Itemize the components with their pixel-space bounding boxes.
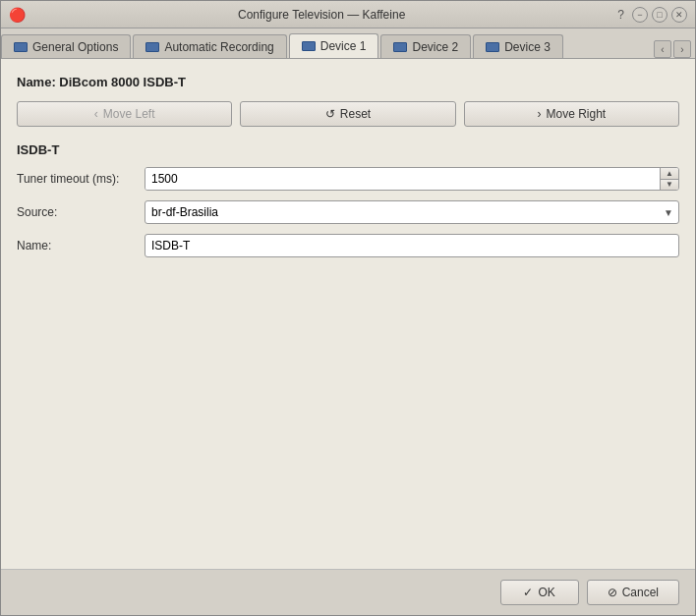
- move-right-button[interactable]: › Move Right: [464, 101, 679, 127]
- footer: ✓ OK ⊘ Cancel: [1, 569, 695, 615]
- ok-label: OK: [538, 586, 554, 599]
- section-label: ISDB-T: [17, 142, 679, 157]
- device1-tab-icon: [302, 41, 316, 51]
- tab-device1-label: Device 1: [320, 39, 367, 53]
- tab-device2[interactable]: Device 2: [380, 34, 471, 59]
- name-row: Name:: [17, 234, 679, 257]
- cancel-label: Cancel: [622, 586, 659, 599]
- spinner-up-button[interactable]: ▲: [661, 168, 678, 180]
- tab-general[interactable]: General Options: [1, 34, 131, 59]
- device2-tab-icon: [393, 42, 407, 52]
- tab-auto-recording-label: Automatic Recording: [164, 40, 273, 54]
- content-area: Name: DiBcom 8000 ISDB-T ‹ Move Left ↺ R…: [1, 59, 695, 569]
- source-select[interactable]: br-df-Brasilia br-sp-SaoPaulo br-rj-RioD…: [145, 200, 679, 224]
- tuner-timeout-row: Tuner timeout (ms): ▲ ▼: [17, 167, 679, 191]
- name-input[interactable]: [145, 234, 679, 257]
- app-logo-icon: 🔴: [9, 7, 26, 23]
- source-control: br-df-Brasilia br-sp-SaoPaulo br-rj-RioD…: [145, 200, 679, 224]
- name-label: Name:: [17, 239, 145, 252]
- tuner-timeout-input[interactable]: [145, 168, 660, 190]
- tab-device3-label: Device 3: [504, 40, 551, 54]
- source-label: Source:: [17, 205, 145, 219]
- tab-device3[interactable]: Device 3: [473, 34, 563, 59]
- tab-navigation: ‹ ›: [650, 40, 695, 58]
- name-control: [145, 234, 679, 257]
- tab-general-label: General Options: [32, 40, 118, 54]
- move-right-label: Move Right: [546, 107, 606, 121]
- actions-row: ‹ Move Left ↺ Reset › Move Right: [17, 101, 679, 127]
- chevron-right-icon: ›: [537, 107, 541, 121]
- titlebar: 🔴 Configure Television — Kaffeine ? − □ …: [1, 1, 695, 28]
- auto-recording-tab-icon: [145, 42, 159, 52]
- cancel-button[interactable]: ⊘ Cancel: [587, 580, 679, 605]
- tuner-timeout-control: ▲ ▼: [145, 167, 679, 191]
- cancel-icon: ⊘: [608, 586, 617, 599]
- reset-label: Reset: [340, 107, 371, 121]
- move-left-label: Move Left: [103, 107, 155, 121]
- tabs-row: General Options Automatic Recording Devi…: [1, 28, 695, 59]
- main-window: 🔴 Configure Television — Kaffeine ? − □ …: [0, 0, 696, 616]
- reset-button[interactable]: ↺ Reset: [240, 101, 455, 127]
- tab-device1[interactable]: Device 1: [289, 33, 379, 59]
- ok-button[interactable]: ✓ OK: [500, 580, 579, 605]
- tuner-timeout-label: Tuner timeout (ms):: [17, 172, 145, 186]
- maximize-button[interactable]: □: [652, 7, 667, 23]
- help-icon[interactable]: ?: [617, 8, 624, 22]
- move-left-button[interactable]: ‹ Move Left: [17, 101, 232, 127]
- titlebar-controls: ? − □ ✕: [617, 7, 687, 23]
- spinner-down-button[interactable]: ▼: [661, 180, 678, 191]
- chevron-left-icon: ‹: [94, 107, 98, 121]
- check-icon: ✓: [523, 586, 533, 599]
- spinner-buttons: ▲ ▼: [660, 168, 678, 190]
- tab-next-button[interactable]: ›: [673, 40, 691, 58]
- source-row: Source: br-df-Brasilia br-sp-SaoPaulo br…: [17, 200, 679, 224]
- device3-tab-icon: [486, 42, 499, 52]
- close-button[interactable]: ✕: [671, 7, 687, 23]
- window-title: Configure Television — Kaffeine: [26, 8, 617, 22]
- minimize-button[interactable]: −: [632, 7, 648, 23]
- reset-icon: ↺: [325, 107, 335, 121]
- general-tab-icon: [14, 42, 28, 52]
- tab-auto-recording[interactable]: Automatic Recording: [133, 34, 286, 59]
- device-name: Name: DiBcom 8000 ISDB-T: [17, 75, 679, 89]
- tab-prev-button[interactable]: ‹: [654, 40, 671, 58]
- tuner-timeout-spinner: ▲ ▼: [145, 167, 679, 191]
- tab-device2-label: Device 2: [412, 40, 458, 54]
